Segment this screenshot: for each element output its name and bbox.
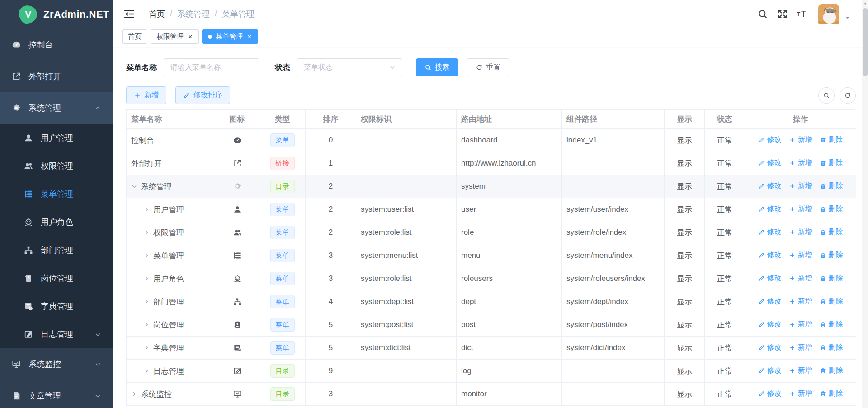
chevron-right-icon[interactable]: [143, 368, 150, 374]
sidebar-item-article[interactable]: 文章管理: [0, 380, 113, 408]
chevron-right-icon[interactable]: [143, 299, 150, 305]
edit-row-button[interactable]: 修改: [758, 158, 782, 168]
table-row[interactable]: 权限管理菜单2system:role:listrolesystem/role/i…: [127, 221, 856, 244]
edit-row-button[interactable]: 修改: [758, 135, 782, 145]
delete-row-button[interactable]: 删除: [820, 297, 843, 306]
gear-icon: [11, 103, 21, 113]
chevron-right-icon[interactable]: [143, 206, 150, 213]
add-button[interactable]: 新增: [126, 86, 166, 104]
sidebar-item-monitor[interactable]: 系统监控: [0, 348, 113, 380]
edit-row-button[interactable]: 修改: [758, 366, 782, 375]
sidebar-item-post[interactable]: 岗位管理: [0, 264, 113, 292]
delete-row-button[interactable]: 删除: [820, 228, 843, 237]
tab-菜单管理[interactable]: 菜单管理: [202, 29, 258, 44]
add-row-button[interactable]: 新增: [789, 274, 812, 283]
sidebar-item-user[interactable]: 用户管理: [0, 124, 113, 152]
user-avatar[interactable]: [817, 4, 840, 24]
delete-row-button[interactable]: 删除: [820, 366, 843, 375]
menu-name-input[interactable]: [164, 58, 259, 76]
close-icon[interactable]: [247, 34, 252, 39]
table-row[interactable]: 日志管理目录9log显示正常修改新增删除: [127, 360, 856, 383]
delete-row-button[interactable]: 删除: [820, 274, 843, 283]
add-row-button[interactable]: 新增: [789, 297, 812, 306]
cell-perm: [356, 129, 457, 152]
sidebar-item-menu[interactable]: 菜单管理: [0, 180, 113, 208]
font-size-icon[interactable]: TT: [797, 9, 808, 19]
edit-row-button[interactable]: 修改: [758, 274, 782, 283]
add-row-button[interactable]: 新增: [789, 204, 812, 214]
delete-row-button[interactable]: 删除: [820, 158, 843, 168]
toggle-search-button[interactable]: [818, 87, 835, 104]
edit-row-button[interactable]: 修改: [758, 251, 782, 260]
table-row[interactable]: 外部打开链接1http://www.izhaorui.cn显示正常修改新增删除: [127, 152, 856, 175]
chevron-right-icon[interactable]: [131, 391, 137, 397]
chevron-right-icon[interactable]: [143, 252, 150, 259]
sidebar-item-dept[interactable]: 部门管理: [0, 236, 113, 264]
tab-首页[interactable]: 首页: [122, 29, 147, 44]
header-search-icon[interactable]: [757, 9, 768, 19]
chevron-right-icon[interactable]: [143, 345, 150, 351]
menu-status-select[interactable]: 菜单状态: [297, 58, 402, 76]
edit-row-button[interactable]: 修改: [758, 389, 782, 399]
reset-button[interactable]: 重置: [467, 58, 509, 76]
delete-row-button[interactable]: 删除: [820, 389, 843, 399]
sidebar-item-system[interactable]: 系统管理: [0, 92, 113, 124]
app-logo[interactable]: V ZrAdmin.NET: [0, 0, 113, 29]
delete-row-button[interactable]: 删除: [820, 181, 843, 191]
search-button[interactable]: 搜索: [416, 58, 458, 76]
table-row[interactable]: 岗位管理菜单5system:post:listpostsystem/post/i…: [127, 313, 856, 337]
sidebar-item-external[interactable]: 外部打开: [0, 61, 113, 92]
delete-row-button[interactable]: 删除: [820, 251, 843, 260]
sidebar-item-log[interactable]: 日志管理: [0, 320, 113, 348]
table-row[interactable]: 控制台菜单0dashboardindex_v1显示正常修改新增删除: [127, 129, 856, 152]
user-menu-caret-icon[interactable]: [844, 14, 851, 21]
table-row[interactable]: 用户角色菜单3system:role:listroleuserssystem/r…: [127, 267, 856, 290]
delete-row-button[interactable]: 删除: [820, 343, 843, 352]
table-row[interactable]: 系统监控目录3monitor显示正常修改新增删除: [127, 383, 856, 406]
edit-row-button[interactable]: 修改: [758, 320, 782, 329]
add-row-button[interactable]: 新增: [789, 251, 812, 260]
sidebar-fold-icon[interactable]: [123, 8, 135, 20]
add-row-button[interactable]: 新增: [789, 135, 812, 145]
add-row-button[interactable]: 新增: [789, 366, 812, 375]
delete-icon: [820, 275, 826, 282]
edit-row-button[interactable]: 修改: [758, 297, 782, 306]
breadcrumb-item[interactable]: 首页: [149, 9, 165, 19]
delete-row-button[interactable]: 删除: [820, 204, 843, 214]
chevron-down-icon[interactable]: [131, 183, 137, 190]
add-row-button[interactable]: 新增: [789, 228, 812, 237]
breadcrumb-item[interactable]: 系统管理: [177, 9, 210, 19]
scrollbar-up-arrow[interactable]: [862, 0, 868, 7]
table-row[interactable]: 用户管理菜单2system:user:listusersystem/user/i…: [127, 198, 856, 221]
chevron-right-icon[interactable]: [143, 275, 150, 282]
modify-sort-button[interactable]: 修改排序: [175, 86, 230, 104]
delete-row-button[interactable]: 删除: [820, 135, 843, 145]
edit-row-button[interactable]: 修改: [758, 181, 782, 191]
table-row[interactable]: 字典管理菜单5system:dict:listdictsystem/dict/i…: [127, 337, 856, 360]
sidebar-item-dashboard[interactable]: 控制台: [0, 29, 113, 61]
fullscreen-icon[interactable]: [777, 9, 788, 19]
scrollbar-thumb[interactable]: [863, 8, 868, 76]
table-row[interactable]: 系统管理目录2system显示正常修改新增删除: [127, 175, 856, 198]
add-row-button[interactable]: 新增: [789, 320, 812, 329]
cell-type: 菜单: [259, 337, 306, 360]
table-row[interactable]: 部门管理菜单4system:dept:listdeptsystem/dept/i…: [127, 290, 856, 313]
edit-row-button[interactable]: 修改: [758, 343, 782, 352]
delete-row-button[interactable]: 删除: [820, 320, 843, 329]
chevron-right-icon[interactable]: [143, 322, 150, 328]
add-row-button[interactable]: 新增: [789, 343, 812, 352]
sidebar-item-dict[interactable]: 字典管理: [0, 292, 113, 320]
cell-visible: 显示: [665, 129, 705, 152]
edit-row-button[interactable]: 修改: [758, 228, 782, 237]
add-row-button[interactable]: 新增: [789, 181, 812, 191]
sidebar-item-role[interactable]: 权限管理: [0, 152, 113, 180]
edit-row-button[interactable]: 修改: [758, 204, 782, 214]
add-row-button[interactable]: 新增: [789, 158, 812, 168]
table-row[interactable]: 菜单管理菜单3system:menu:listmenusystem/menu/i…: [127, 244, 856, 267]
sidebar-item-roleusers[interactable]: 用户角色: [0, 208, 113, 236]
tab-权限管理[interactable]: 权限管理: [151, 29, 199, 44]
add-row-button[interactable]: 新增: [789, 389, 812, 399]
refresh-table-button[interactable]: [840, 87, 856, 104]
close-icon[interactable]: [188, 34, 193, 39]
chevron-right-icon[interactable]: [143, 229, 150, 236]
